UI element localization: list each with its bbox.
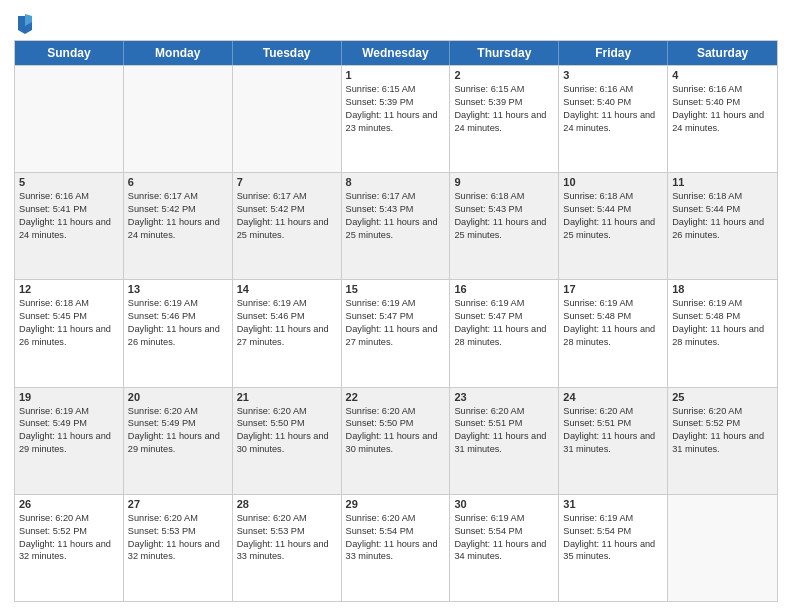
day-number: 24 bbox=[563, 391, 663, 403]
day-cell-6: 6Sunrise: 6:17 AMSunset: 5:42 PMDaylight… bbox=[124, 173, 233, 279]
day-cell-7: 7Sunrise: 6:17 AMSunset: 5:42 PMDaylight… bbox=[233, 173, 342, 279]
cell-info: Sunrise: 6:20 AMSunset: 5:50 PMDaylight:… bbox=[237, 405, 337, 457]
week-row-1: 1Sunrise: 6:15 AMSunset: 5:39 PMDaylight… bbox=[15, 65, 777, 172]
day-cell-13: 13Sunrise: 6:19 AMSunset: 5:46 PMDayligh… bbox=[124, 280, 233, 386]
day-number: 29 bbox=[346, 498, 446, 510]
page: SundayMondayTuesdayWednesdayThursdayFrid… bbox=[0, 0, 792, 612]
calendar-header: SundayMondayTuesdayWednesdayThursdayFrid… bbox=[15, 41, 777, 65]
day-cell-15: 15Sunrise: 6:19 AMSunset: 5:47 PMDayligh… bbox=[342, 280, 451, 386]
day-number: 5 bbox=[19, 176, 119, 188]
day-cell-26: 26Sunrise: 6:20 AMSunset: 5:52 PMDayligh… bbox=[15, 495, 124, 601]
day-number: 9 bbox=[454, 176, 554, 188]
day-cell-22: 22Sunrise: 6:20 AMSunset: 5:50 PMDayligh… bbox=[342, 388, 451, 494]
week-row-5: 26Sunrise: 6:20 AMSunset: 5:52 PMDayligh… bbox=[15, 494, 777, 601]
day-number: 18 bbox=[672, 283, 773, 295]
day-number: 31 bbox=[563, 498, 663, 510]
day-cell-4: 4Sunrise: 6:16 AMSunset: 5:40 PMDaylight… bbox=[668, 66, 777, 172]
day-number: 16 bbox=[454, 283, 554, 295]
cell-info: Sunrise: 6:20 AMSunset: 5:52 PMDaylight:… bbox=[672, 405, 773, 457]
week-row-4: 19Sunrise: 6:19 AMSunset: 5:49 PMDayligh… bbox=[15, 387, 777, 494]
day-number: 26 bbox=[19, 498, 119, 510]
cell-info: Sunrise: 6:19 AMSunset: 5:48 PMDaylight:… bbox=[563, 297, 663, 349]
day-cell-10: 10Sunrise: 6:18 AMSunset: 5:44 PMDayligh… bbox=[559, 173, 668, 279]
header-cell-wednesday: Wednesday bbox=[342, 41, 451, 65]
day-number: 15 bbox=[346, 283, 446, 295]
cell-info: Sunrise: 6:19 AMSunset: 5:47 PMDaylight:… bbox=[346, 297, 446, 349]
day-cell-1: 1Sunrise: 6:15 AMSunset: 5:39 PMDaylight… bbox=[342, 66, 451, 172]
day-cell-11: 11Sunrise: 6:18 AMSunset: 5:44 PMDayligh… bbox=[668, 173, 777, 279]
day-number: 1 bbox=[346, 69, 446, 81]
day-number: 8 bbox=[346, 176, 446, 188]
cell-info: Sunrise: 6:20 AMSunset: 5:53 PMDaylight:… bbox=[237, 512, 337, 564]
day-cell-9: 9Sunrise: 6:18 AMSunset: 5:43 PMDaylight… bbox=[450, 173, 559, 279]
day-number: 17 bbox=[563, 283, 663, 295]
cell-info: Sunrise: 6:17 AMSunset: 5:42 PMDaylight:… bbox=[128, 190, 228, 242]
cell-info: Sunrise: 6:16 AMSunset: 5:41 PMDaylight:… bbox=[19, 190, 119, 242]
day-cell-31: 31Sunrise: 6:19 AMSunset: 5:54 PMDayligh… bbox=[559, 495, 668, 601]
day-number: 12 bbox=[19, 283, 119, 295]
cell-info: Sunrise: 6:18 AMSunset: 5:43 PMDaylight:… bbox=[454, 190, 554, 242]
day-number: 27 bbox=[128, 498, 228, 510]
day-number: 23 bbox=[454, 391, 554, 403]
day-cell-20: 20Sunrise: 6:20 AMSunset: 5:49 PMDayligh… bbox=[124, 388, 233, 494]
cell-info: Sunrise: 6:20 AMSunset: 5:53 PMDaylight:… bbox=[128, 512, 228, 564]
cell-info: Sunrise: 6:18 AMSunset: 5:44 PMDaylight:… bbox=[563, 190, 663, 242]
day-cell-27: 27Sunrise: 6:20 AMSunset: 5:53 PMDayligh… bbox=[124, 495, 233, 601]
day-number: 3 bbox=[563, 69, 663, 81]
logo bbox=[14, 14, 34, 34]
day-cell-5: 5Sunrise: 6:16 AMSunset: 5:41 PMDaylight… bbox=[15, 173, 124, 279]
day-cell-28: 28Sunrise: 6:20 AMSunset: 5:53 PMDayligh… bbox=[233, 495, 342, 601]
day-cell-2: 2Sunrise: 6:15 AMSunset: 5:39 PMDaylight… bbox=[450, 66, 559, 172]
day-cell-30: 30Sunrise: 6:19 AMSunset: 5:54 PMDayligh… bbox=[450, 495, 559, 601]
day-cell-8: 8Sunrise: 6:17 AMSunset: 5:43 PMDaylight… bbox=[342, 173, 451, 279]
cell-info: Sunrise: 6:19 AMSunset: 5:47 PMDaylight:… bbox=[454, 297, 554, 349]
empty-cell bbox=[15, 66, 124, 172]
cell-info: Sunrise: 6:20 AMSunset: 5:52 PMDaylight:… bbox=[19, 512, 119, 564]
cell-info: Sunrise: 6:15 AMSunset: 5:39 PMDaylight:… bbox=[454, 83, 554, 135]
day-cell-21: 21Sunrise: 6:20 AMSunset: 5:50 PMDayligh… bbox=[233, 388, 342, 494]
empty-cell bbox=[668, 495, 777, 601]
cell-info: Sunrise: 6:19 AMSunset: 5:54 PMDaylight:… bbox=[454, 512, 554, 564]
day-number: 25 bbox=[672, 391, 773, 403]
day-number: 4 bbox=[672, 69, 773, 81]
day-number: 7 bbox=[237, 176, 337, 188]
day-cell-29: 29Sunrise: 6:20 AMSunset: 5:54 PMDayligh… bbox=[342, 495, 451, 601]
day-cell-16: 16Sunrise: 6:19 AMSunset: 5:47 PMDayligh… bbox=[450, 280, 559, 386]
day-number: 19 bbox=[19, 391, 119, 403]
day-number: 10 bbox=[563, 176, 663, 188]
header-cell-friday: Friday bbox=[559, 41, 668, 65]
day-cell-25: 25Sunrise: 6:20 AMSunset: 5:52 PMDayligh… bbox=[668, 388, 777, 494]
week-row-3: 12Sunrise: 6:18 AMSunset: 5:45 PMDayligh… bbox=[15, 279, 777, 386]
cell-info: Sunrise: 6:20 AMSunset: 5:51 PMDaylight:… bbox=[454, 405, 554, 457]
cell-info: Sunrise: 6:18 AMSunset: 5:44 PMDaylight:… bbox=[672, 190, 773, 242]
day-cell-17: 17Sunrise: 6:19 AMSunset: 5:48 PMDayligh… bbox=[559, 280, 668, 386]
cell-info: Sunrise: 6:19 AMSunset: 5:46 PMDaylight:… bbox=[237, 297, 337, 349]
day-cell-3: 3Sunrise: 6:16 AMSunset: 5:40 PMDaylight… bbox=[559, 66, 668, 172]
day-cell-12: 12Sunrise: 6:18 AMSunset: 5:45 PMDayligh… bbox=[15, 280, 124, 386]
day-number: 14 bbox=[237, 283, 337, 295]
header-cell-sunday: Sunday bbox=[15, 41, 124, 65]
day-cell-14: 14Sunrise: 6:19 AMSunset: 5:46 PMDayligh… bbox=[233, 280, 342, 386]
day-number: 6 bbox=[128, 176, 228, 188]
cell-info: Sunrise: 6:20 AMSunset: 5:49 PMDaylight:… bbox=[128, 405, 228, 457]
calendar: SundayMondayTuesdayWednesdayThursdayFrid… bbox=[14, 40, 778, 602]
cell-info: Sunrise: 6:19 AMSunset: 5:46 PMDaylight:… bbox=[128, 297, 228, 349]
day-number: 2 bbox=[454, 69, 554, 81]
day-number: 13 bbox=[128, 283, 228, 295]
day-cell-23: 23Sunrise: 6:20 AMSunset: 5:51 PMDayligh… bbox=[450, 388, 559, 494]
day-number: 22 bbox=[346, 391, 446, 403]
empty-cell bbox=[124, 66, 233, 172]
day-cell-18: 18Sunrise: 6:19 AMSunset: 5:48 PMDayligh… bbox=[668, 280, 777, 386]
cell-info: Sunrise: 6:15 AMSunset: 5:39 PMDaylight:… bbox=[346, 83, 446, 135]
cell-info: Sunrise: 6:18 AMSunset: 5:45 PMDaylight:… bbox=[19, 297, 119, 349]
week-row-2: 5Sunrise: 6:16 AMSunset: 5:41 PMDaylight… bbox=[15, 172, 777, 279]
empty-cell bbox=[233, 66, 342, 172]
header bbox=[14, 10, 778, 34]
header-cell-tuesday: Tuesday bbox=[233, 41, 342, 65]
cell-info: Sunrise: 6:19 AMSunset: 5:54 PMDaylight:… bbox=[563, 512, 663, 564]
day-number: 21 bbox=[237, 391, 337, 403]
cell-info: Sunrise: 6:20 AMSunset: 5:51 PMDaylight:… bbox=[563, 405, 663, 457]
day-number: 28 bbox=[237, 498, 337, 510]
header-cell-thursday: Thursday bbox=[450, 41, 559, 65]
cell-info: Sunrise: 6:17 AMSunset: 5:43 PMDaylight:… bbox=[346, 190, 446, 242]
